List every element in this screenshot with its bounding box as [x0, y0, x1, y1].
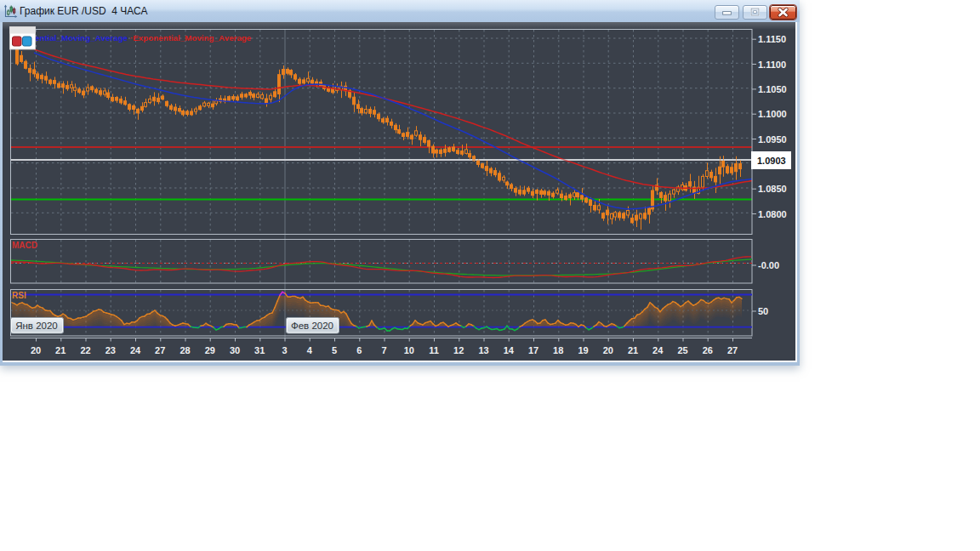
- svg-text:RSI: RSI: [12, 291, 26, 300]
- svg-text:ential_Moving_Average: ential_Moving_Average: [35, 33, 128, 43]
- svg-text:1.1000: 1.1000: [758, 109, 787, 119]
- svg-text:1.1100: 1.1100: [758, 60, 786, 70]
- svg-text:4: 4: [307, 345, 313, 355]
- svg-text:3: 3: [282, 345, 287, 355]
- svg-text:17: 17: [528, 345, 538, 355]
- svg-text:1.0800: 1.0800: [758, 209, 787, 219]
- svg-text:6: 6: [356, 345, 362, 355]
- svg-text:31: 31: [254, 345, 265, 355]
- svg-text:1.0950: 1.0950: [758, 134, 787, 145]
- svg-text:50: 50: [758, 306, 768, 316]
- svg-text:1.1150: 1.1150: [758, 34, 786, 44]
- svg-text:1.1050: 1.1050: [758, 84, 787, 94]
- svg-text:30: 30: [230, 345, 240, 355]
- svg-text:Янв 2020: Янв 2020: [15, 321, 58, 331]
- svg-text:23: 23: [105, 345, 116, 355]
- svg-text:20: 20: [603, 345, 613, 355]
- svg-text:Фев 2020: Фев 2020: [291, 321, 333, 331]
- svg-text:22: 22: [80, 345, 90, 355]
- svg-text:18: 18: [553, 345, 563, 355]
- svg-text:-0.00: -0.00: [758, 260, 779, 270]
- svg-text:24: 24: [130, 345, 141, 355]
- svg-text:11: 11: [429, 345, 439, 355]
- svg-text:12: 12: [453, 345, 464, 355]
- svg-text:19: 19: [578, 345, 588, 355]
- svg-text:1.0903: 1.0903: [757, 156, 786, 166]
- svg-text:10: 10: [404, 345, 414, 355]
- svg-text:24: 24: [652, 345, 664, 355]
- svg-text:21: 21: [55, 345, 66, 355]
- svg-text:21: 21: [628, 345, 638, 355]
- svg-text:·Exponential_Moving_Average: ·Exponential_Moving_Average: [130, 33, 252, 43]
- svg-text:1.0850: 1.0850: [758, 184, 787, 194]
- svg-text:27: 27: [155, 345, 165, 355]
- svg-text:26: 26: [703, 345, 713, 355]
- svg-text:27: 27: [727, 345, 738, 355]
- svg-text:14: 14: [504, 345, 515, 355]
- svg-text:29: 29: [205, 345, 215, 355]
- svg-text:20: 20: [31, 345, 41, 355]
- svg-text:25: 25: [677, 345, 687, 355]
- svg-text:13: 13: [478, 345, 488, 355]
- svg-text:28: 28: [179, 345, 190, 355]
- svg-text:7: 7: [381, 345, 386, 355]
- svg-text:MACD: MACD: [12, 241, 37, 250]
- svg-text:5: 5: [332, 345, 337, 355]
